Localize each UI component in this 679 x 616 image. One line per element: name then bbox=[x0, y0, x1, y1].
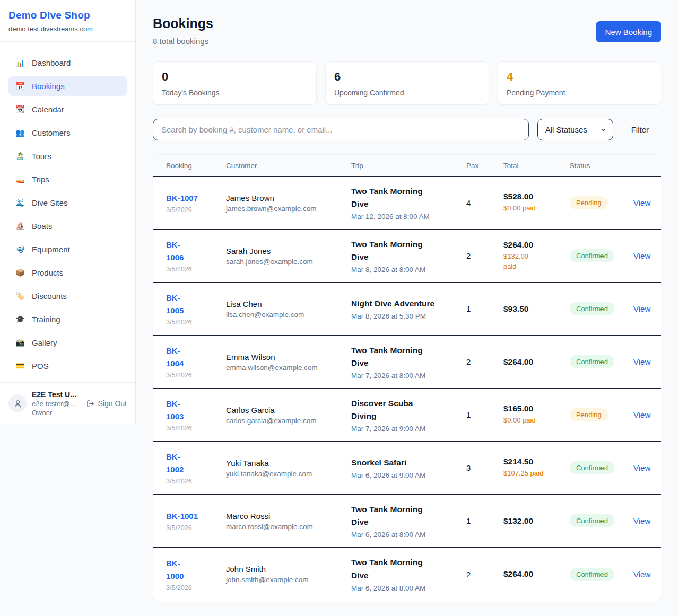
users-icon: 👥 bbox=[15, 129, 25, 136]
customer-email: james.brown@example.com bbox=[226, 205, 351, 213]
booking-id-link[interactable]: BK-1002 bbox=[166, 451, 191, 476]
paid-amount: $0.00 paid bbox=[503, 416, 570, 426]
status-badge: Pending bbox=[570, 196, 608, 209]
view-link[interactable]: View bbox=[633, 410, 650, 419]
sidebar-item-products[interactable]: 📦 Products bbox=[8, 262, 127, 283]
sidebar-item-bookings[interactable]: 📅 Bookings bbox=[8, 76, 127, 96]
trip-datetime: Mar 7, 2026 at 9:00 AM bbox=[351, 425, 466, 433]
stats-cards: 0 Today's Bookings 6 Upcoming Confirmed … bbox=[153, 61, 661, 105]
sidebar-item-training[interactable]: 🎓 Training bbox=[8, 309, 127, 329]
paid-amount: $107.25 paid bbox=[503, 469, 570, 479]
total-amount: $93.50 bbox=[503, 304, 570, 314]
stat-label: Upcoming Confirmed bbox=[334, 89, 480, 97]
sidebar-header: Demo Dive Shop demo.test.divestreams.com bbox=[0, 0, 135, 42]
customer-email: emma.wilson@example.com bbox=[226, 364, 351, 372]
user-icon bbox=[13, 399, 22, 408]
trip-datetime: Mar 6, 2026 at 9:00 AM bbox=[351, 471, 466, 479]
trip-name: Two Tank Morning Dive bbox=[351, 185, 431, 210]
status-filter-value: All Statuses bbox=[545, 125, 587, 134]
column-header-booking: Booking bbox=[166, 162, 226, 170]
page-title: Bookings bbox=[153, 16, 213, 31]
trip-name: Two Tank Morning Dive bbox=[351, 503, 431, 529]
search-input[interactable] bbox=[153, 119, 529, 140]
trip-datetime: Mar 8, 2026 at 5:30 PM bbox=[351, 312, 466, 320]
booking-date: 3/5/2026 bbox=[166, 206, 226, 214]
chevron-down-icon bbox=[600, 127, 606, 133]
table-row: BK-1005 3/5/2026 Lisa Chen lisa.chen@exa… bbox=[153, 283, 661, 336]
booking-id-link[interactable]: BK-1000 bbox=[166, 557, 191, 583]
view-link[interactable]: View bbox=[633, 198, 650, 207]
booking-id-link[interactable]: BK-1004 bbox=[166, 345, 191, 370]
bookings-table: Booking Customer Trip Pax Total Status B… bbox=[153, 154, 661, 601]
user-info: E2E Test U... e2e-tester@... Owner bbox=[32, 390, 76, 417]
sidebar-item-discounts[interactable]: 🏷️ Discounts bbox=[8, 286, 127, 306]
customer-email: john.smith@example.com bbox=[226, 576, 351, 584]
speedboat-icon: 🚤 bbox=[15, 175, 25, 183]
table-row: BK-1003 3/5/2026 Carlos Garcia carlos.ga… bbox=[153, 389, 661, 442]
sailboat-icon: ⛵ bbox=[15, 222, 25, 230]
sidebar-item-calendar[interactable]: 📆 Calendar bbox=[8, 99, 127, 119]
sidebar-item-gallery[interactable]: 📸 Gallery bbox=[8, 332, 127, 353]
sidebar-item-customers[interactable]: 👥 Customers bbox=[8, 122, 127, 143]
stat-card: 6 Upcoming Confirmed bbox=[325, 61, 489, 105]
view-link[interactable]: View bbox=[633, 516, 650, 525]
booking-id-link[interactable]: BK-1007 bbox=[166, 192, 226, 205]
sidebar-item-pos[interactable]: 💳 POS bbox=[8, 356, 127, 376]
sidebar-item-tours[interactable]: 🏝️ Tours bbox=[8, 146, 127, 166]
booking-date: 3/5/2026 bbox=[166, 524, 226, 532]
page-header: Bookings 8 total bookings New Booking bbox=[153, 16, 661, 46]
status-badge: Confirmed bbox=[570, 568, 614, 581]
customer-name: Yuki Tanaka bbox=[226, 459, 351, 468]
booking-id-link[interactable]: BK-1005 bbox=[166, 292, 191, 317]
customer-name: Carlos Garcia bbox=[226, 406, 351, 415]
view-link[interactable]: View bbox=[633, 251, 650, 260]
total-amount: $264.00 bbox=[503, 569, 570, 579]
pax-count: 4 bbox=[466, 198, 503, 207]
sidebar-item-dive-sites[interactable]: 🌊 Dive Sites bbox=[8, 192, 127, 213]
wave-icon: 🌊 bbox=[15, 199, 25, 206]
booking-id-link[interactable]: BK-1006 bbox=[166, 239, 191, 264]
user-email: e2e-tester@... bbox=[32, 400, 76, 408]
island-icon: 🏝️ bbox=[15, 152, 25, 160]
credit-card-icon: 💳 bbox=[15, 362, 25, 369]
view-link[interactable]: View bbox=[633, 304, 650, 313]
sidebar-item-equipment[interactable]: 🤿 Equipment bbox=[8, 239, 127, 259]
customer-email: carlos.garcia@example.com bbox=[226, 417, 351, 425]
customer-name: Marco Rossi bbox=[226, 512, 351, 521]
trip-name: Snorkel Safari bbox=[351, 456, 466, 469]
view-link[interactable]: View bbox=[633, 570, 650, 579]
bar-chart-icon: 📊 bbox=[15, 59, 25, 66]
sidebar-item-dashboard[interactable]: 📊 Dashboard bbox=[8, 52, 127, 73]
customer-email: marco.rossi@example.com bbox=[226, 523, 351, 531]
customer-name: Lisa Chen bbox=[226, 300, 351, 309]
table-row: BK-1006 3/5/2026 Sarah Jones sarah.jones… bbox=[153, 230, 661, 283]
diving-mask-icon: 🤿 bbox=[15, 245, 25, 253]
sidebar-item-trips[interactable]: 🚤 Trips bbox=[8, 169, 127, 189]
pax-count: 1 bbox=[466, 516, 503, 525]
booking-id-link[interactable]: BK-1001 bbox=[166, 510, 226, 523]
booking-date: 3/5/2026 bbox=[166, 425, 226, 432]
status-badge: Confirmed bbox=[570, 514, 614, 527]
booking-date: 3/5/2026 bbox=[166, 584, 226, 592]
status-filter-select[interactable]: All Statuses bbox=[537, 119, 613, 140]
status-badge: Confirmed bbox=[570, 355, 614, 368]
trip-datetime: Mar 12, 2026 at 8:00 AM bbox=[351, 213, 466, 221]
column-header-pax: Pax bbox=[466, 162, 503, 170]
tear-off-calendar-icon: 📆 bbox=[15, 105, 25, 113]
customer-email: lisa.chen@example.com bbox=[226, 311, 351, 319]
booking-date: 3/5/2026 bbox=[166, 478, 226, 485]
brand-name: Demo Dive Shop bbox=[8, 10, 127, 21]
view-link[interactable]: View bbox=[633, 357, 650, 366]
tag-icon: 🏷️ bbox=[15, 292, 25, 300]
view-link[interactable]: View bbox=[633, 463, 650, 472]
pax-count: 3 bbox=[466, 463, 503, 472]
new-booking-button[interactable]: New Booking bbox=[596, 21, 661, 42]
sign-out-button[interactable]: Sign Out bbox=[86, 399, 127, 408]
column-header-trip: Trip bbox=[351, 162, 466, 170]
column-header-total: Total bbox=[503, 162, 570, 170]
booking-id-link[interactable]: BK-1003 bbox=[166, 398, 191, 423]
sidebar-item-boats[interactable]: ⛵ Boats bbox=[8, 216, 127, 236]
column-header-customer: Customer bbox=[226, 162, 351, 170]
filter-button[interactable]: Filter bbox=[613, 125, 661, 134]
trip-datetime: Mar 6, 2026 at 8:00 AM bbox=[351, 531, 466, 539]
